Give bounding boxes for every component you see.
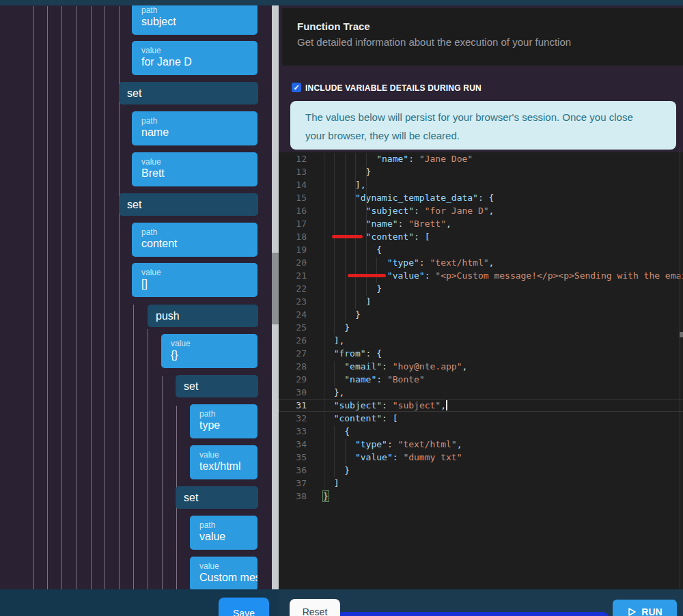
block-op-label: set — [184, 490, 258, 505]
code-line-28[interactable]: 28"email": "hoy@nte.app", — [279, 360, 683, 373]
code-text: "email": "hoy@nte.app", — [307, 360, 467, 373]
path-field-block[interactable]: pathsubject — [132, 5, 257, 35]
play-icon — [627, 607, 637, 616]
block-op-label: set — [127, 197, 258, 212]
line-number: 23 — [279, 295, 307, 308]
save-button[interactable]: Save — [219, 598, 269, 616]
block-field-value: name — [141, 126, 257, 139]
value-field-block[interactable]: value[] — [132, 263, 257, 297]
value-field-block[interactable]: valuefor Jane D — [132, 41, 257, 75]
op-block-set[interactable]: set — [176, 375, 258, 397]
notice-line-1: The values below will persist for your b… — [305, 111, 633, 123]
code-text: }, — [307, 386, 344, 399]
line-number: 32 — [279, 412, 307, 425]
code-line-25[interactable]: 25} — [279, 321, 683, 334]
op-block-set[interactable]: set — [119, 82, 258, 104]
code-line-12[interactable]: 12"name": "Jane Doe" — [279, 152, 683, 165]
left-scrollbar-thumb[interactable] — [272, 253, 279, 324]
notice-line-2: your browser, they will be cleared. — [305, 130, 460, 141]
panel-subtitle: Get detailed information about the execu… — [297, 36, 571, 48]
block-field-value: subject — [141, 15, 257, 29]
code-line-21[interactable]: 21"value": "<p>Custom message!</p><p>Sen… — [279, 269, 683, 282]
code-line-13[interactable]: 13} — [279, 165, 683, 178]
code-text: "from": { — [307, 347, 382, 360]
code-line-36[interactable]: 36} — [279, 464, 683, 477]
code-line-19[interactable]: 19{ — [279, 243, 683, 256]
value-field-block[interactable]: valueCustom mes — [190, 557, 257, 589]
path-field-block[interactable]: pathvalue — [190, 516, 257, 550]
run-button[interactable]: RUN — [613, 600, 677, 616]
block-field-label: value — [141, 46, 257, 55]
line-number: 14 — [279, 178, 307, 191]
code-line-30[interactable]: 30}, — [279, 386, 683, 399]
editor-scrollbar-thumb[interactable] — [680, 332, 683, 337]
session-notice: The values below will persist for your b… — [290, 101, 676, 150]
code-line-29[interactable]: 29"name": "Bonte" — [279, 373, 683, 386]
code-text: "dynamic_template_data": { — [307, 191, 494, 204]
json-code-editor[interactable]: 12"name": "Jane Doe"13}14],15"dynamic_te… — [279, 147, 683, 589]
code-line-33[interactable]: 33{ — [279, 425, 683, 438]
block-field-label: path — [141, 116, 257, 126]
value-field-block[interactable]: value{} — [161, 334, 257, 368]
code-line-26[interactable]: 26], — [279, 334, 683, 347]
include-variable-details-checkbox[interactable]: ✓ — [292, 83, 301, 92]
code-line-32[interactable]: 32"content": [ — [279, 412, 683, 425]
block-op-label: set — [184, 379, 258, 393]
code-line-20[interactable]: 20"type": "text/html", — [279, 256, 683, 269]
editor-scrollbar-track[interactable] — [680, 147, 680, 589]
workflow-panel: pathsubjectvaluefor Jane Dsetpathnameval… — [0, 5, 272, 589]
code-line-37[interactable]: 37] — [279, 477, 683, 490]
code-line-24[interactable]: 24} — [279, 308, 683, 321]
line-number: 37 — [279, 477, 307, 490]
value-field-block[interactable]: valuetext/html — [190, 445, 257, 479]
code-line-38[interactable]: 38} — [279, 490, 683, 503]
path-field-block[interactable]: pathname — [132, 111, 257, 145]
value-field-block[interactable]: valueBrett — [132, 152, 257, 186]
op-block-push[interactable]: push — [148, 305, 258, 327]
block-field-label: path — [141, 5, 257, 15]
code-line-35[interactable]: 35"value": "dummy txt" — [279, 451, 683, 464]
op-block-set[interactable]: set — [176, 486, 258, 509]
code-line-22[interactable]: 22} — [279, 282, 683, 295]
code-indent-guide — [355, 153, 356, 309]
line-number: 16 — [279, 204, 307, 217]
line-number: 19 — [279, 243, 307, 256]
code-line-14[interactable]: 14], — [279, 178, 683, 191]
code-line-23[interactable]: 23] — [279, 295, 683, 308]
block-field-value: for Jane D — [141, 55, 257, 69]
code-text: } — [307, 490, 329, 503]
line-number: 13 — [279, 165, 307, 178]
code-indent-guide — [376, 257, 377, 283]
code-indent-guide — [334, 426, 335, 477]
path-field-block[interactable]: pathcontent — [132, 223, 257, 257]
indent-guide-line — [33, 6, 34, 589]
op-block-set[interactable]: set — [119, 193, 258, 216]
line-number: 38 — [279, 490, 307, 503]
code-text: } — [307, 464, 350, 477]
code-text: "value": "dummy txt" — [307, 451, 462, 464]
code-line-15[interactable]: 15"dynamic_template_data": { — [279, 191, 683, 204]
block-field-label: path — [199, 520, 257, 530]
block-op-label: push — [156, 309, 258, 323]
code-text: "name": "Brett", — [307, 217, 451, 230]
line-number: 25 — [279, 321, 307, 334]
code-indent-guide — [334, 153, 335, 335]
indent-guide-line — [162, 376, 163, 589]
trace-header: Function Trace Get detailed information … — [282, 8, 683, 66]
block-op-label: set — [127, 86, 258, 100]
block-field-label: path — [141, 227, 257, 237]
code-text: { — [307, 425, 350, 438]
line-number: 26 — [279, 334, 307, 347]
path-field-block[interactable]: pathtype — [190, 404, 257, 438]
code-line-17[interactable]: 17"name": "Brett", — [279, 217, 683, 230]
code-line-16[interactable]: 16"subject": "for Jane D", — [279, 204, 683, 217]
reset-button[interactable]: Reset — [290, 599, 340, 616]
code-line-34[interactable]: 34"type": "text/html", — [279, 438, 683, 451]
block-field-label: value — [199, 450, 257, 460]
line-number: 15 — [279, 191, 307, 204]
block-field-value: type — [199, 419, 257, 432]
code-line-27[interactable]: 27"from": { — [279, 347, 683, 360]
block-field-label: path — [199, 409, 257, 419]
run-button-label: RUN — [641, 606, 662, 616]
code-line-31[interactable]: 31"subject": "subject", — [279, 399, 683, 412]
